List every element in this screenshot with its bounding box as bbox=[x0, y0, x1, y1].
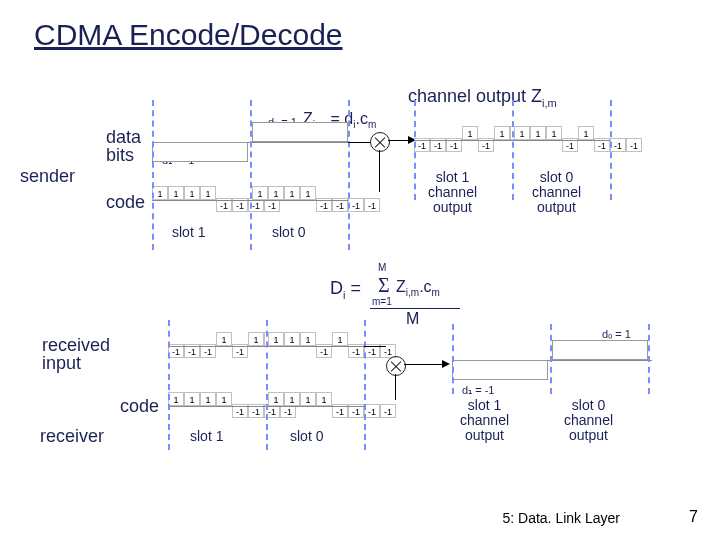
chip-cell: 1 bbox=[300, 392, 316, 406]
chip-cell: 1 bbox=[248, 332, 264, 346]
arrow-head-receiver bbox=[442, 360, 450, 368]
chip-cell: 1 bbox=[252, 186, 268, 200]
receiver-label: receiver bbox=[40, 426, 104, 447]
chip-cell: 1 bbox=[184, 186, 200, 200]
chip-cell: 1 bbox=[530, 126, 546, 140]
sender-dash-2 bbox=[250, 100, 252, 250]
chip-cell: 1 bbox=[168, 392, 184, 406]
decoded-d0-bar bbox=[552, 340, 648, 360]
dec-dash-1 bbox=[452, 324, 454, 394]
arrow-mult-to-di bbox=[404, 364, 444, 365]
arrow-code2-to-mult bbox=[395, 374, 396, 400]
code-label-sender: code bbox=[106, 192, 145, 213]
rxc-dash-3 bbox=[364, 384, 366, 450]
arrow-rx-to-mult bbox=[364, 346, 386, 347]
d0-label-rx: d₀ = 1 bbox=[602, 328, 631, 341]
sigma-bot: m=1 bbox=[372, 296, 392, 307]
chip-cell: 1 bbox=[284, 332, 300, 346]
chip-cell: 1 bbox=[268, 186, 284, 200]
sender-dash-3 bbox=[348, 100, 350, 250]
chip-cell: 1 bbox=[200, 392, 216, 406]
chip-cell: 1 bbox=[316, 392, 332, 406]
slot0-out-label-rx: slot 0 channel output bbox=[564, 398, 613, 443]
chip-cell: 1 bbox=[284, 186, 300, 200]
slot0-label-sender: slot 0 bbox=[272, 224, 305, 240]
d0-bar bbox=[252, 122, 348, 142]
code-label-receiver: code bbox=[120, 396, 159, 417]
chip-cell: 1 bbox=[462, 126, 478, 140]
chip-cell: 1 bbox=[300, 332, 316, 346]
chip-cell: 1 bbox=[152, 186, 168, 200]
rx-dash-3 bbox=[364, 320, 366, 380]
chip-cell: 1 bbox=[494, 126, 510, 140]
sender-label: sender bbox=[20, 166, 75, 187]
chip-cell: 1 bbox=[200, 186, 216, 200]
chip-cell: 1 bbox=[268, 392, 284, 406]
footer-page: 7 bbox=[689, 508, 698, 526]
fraction-M: M bbox=[406, 310, 419, 328]
sender-dash-1 bbox=[152, 100, 154, 250]
arrow-code-to-mult bbox=[379, 150, 380, 192]
chip-cell: 1 bbox=[216, 392, 232, 406]
Di-equation: Di = bbox=[330, 278, 361, 301]
chip-cell: 1 bbox=[332, 332, 348, 346]
chip-cell: 1 bbox=[184, 392, 200, 406]
chip-cell: 1 bbox=[514, 126, 530, 140]
rx-dash-1 bbox=[168, 320, 170, 380]
arrow-data-to-mult bbox=[348, 142, 370, 143]
slot1-out-label: slot 1 channel output bbox=[428, 170, 477, 215]
out-dash-1 bbox=[414, 100, 416, 200]
fraction-bar bbox=[370, 308, 460, 309]
slot1-label-receiver: slot 1 bbox=[190, 428, 223, 444]
code2-row-slot0: 1111-1-1-1-1 bbox=[268, 398, 396, 412]
dec-dash-3 bbox=[648, 324, 650, 394]
out-dash-3 bbox=[610, 100, 612, 200]
chip-cell: -1 bbox=[364, 198, 380, 212]
rxc-dash-2 bbox=[266, 384, 268, 450]
chip-cell: -1 bbox=[348, 198, 364, 212]
slot1-label-sender: slot 1 bbox=[172, 224, 205, 240]
sigma-icon: Σ bbox=[378, 274, 390, 297]
footer-section: 5: Data. Link Layer bbox=[502, 510, 620, 526]
sigma-top: M bbox=[378, 262, 386, 273]
chip-cell: 1 bbox=[168, 186, 184, 200]
chip-cell: -1 bbox=[364, 404, 380, 418]
enc-row-slot0: 111-11-1-1-1 bbox=[514, 132, 642, 146]
d1-label-rx: d₁ = -1 bbox=[462, 384, 494, 397]
out-dash-2 bbox=[512, 100, 514, 200]
d1-bar bbox=[152, 142, 248, 162]
chip-cell: -1 bbox=[610, 138, 626, 152]
received-input-label: received input bbox=[42, 336, 110, 372]
slot0-out-label: slot 0 channel output bbox=[532, 170, 581, 215]
multiply-icon-receiver bbox=[386, 356, 406, 376]
chip-cell: 1 bbox=[268, 332, 284, 346]
data-bits-label: data bits bbox=[106, 128, 141, 164]
channel-output-label: channel output Zi,m bbox=[408, 86, 557, 109]
arrow-mult-to-out bbox=[388, 140, 410, 141]
multiply-icon-sender bbox=[370, 132, 390, 152]
code-row-slot0: 1111-1-1-1-1 bbox=[252, 192, 380, 206]
slot1-out-label-rx: slot 1 channel output bbox=[460, 398, 509, 443]
chip-cell: 1 bbox=[300, 186, 316, 200]
rx-row-slot0: 111-11-1-1-1 bbox=[268, 338, 396, 352]
dec-dash-2 bbox=[550, 324, 552, 394]
chip-cell: 1 bbox=[216, 332, 232, 346]
page-title: CDMA Encode/Decode bbox=[34, 18, 343, 52]
sigma-rhs: Zi,m.cm bbox=[396, 278, 440, 298]
slot0-label-receiver: slot 0 bbox=[290, 428, 323, 444]
chip-cell: -1 bbox=[380, 404, 396, 418]
chip-cell: -1 bbox=[626, 138, 642, 152]
decoded-d1-bar bbox=[452, 360, 548, 380]
chip-cell: 1 bbox=[578, 126, 594, 140]
chip-cell: 1 bbox=[284, 392, 300, 406]
rxc-dash-1 bbox=[168, 384, 170, 450]
chip-cell: 1 bbox=[546, 126, 562, 140]
rx-dash-2 bbox=[266, 320, 268, 380]
